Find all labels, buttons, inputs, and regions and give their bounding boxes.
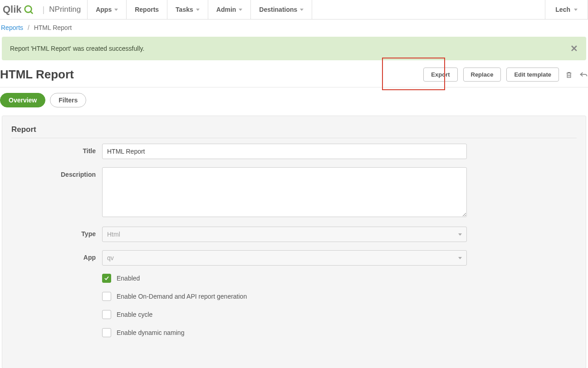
- breadcrumb-parent[interactable]: Reports: [1, 24, 23, 31]
- nav-apps[interactable]: Apps: [88, 0, 127, 19]
- ondemand-checkbox[interactable]: [102, 292, 111, 301]
- dynamic-label: Enable dynamic naming: [117, 329, 184, 336]
- page-title: HTML Report: [0, 68, 74, 82]
- nav-tasks-label: Tasks: [176, 6, 193, 13]
- cycle-checkbox[interactable]: [102, 310, 111, 319]
- enabled-label: Enabled: [117, 275, 140, 282]
- app-select[interactable]: qv: [102, 250, 467, 266]
- tab-overview[interactable]: Overview: [0, 93, 45, 107]
- qlik-logo-icon: [24, 5, 34, 15]
- user-menu[interactable]: Lech: [545, 0, 588, 19]
- ondemand-label: Enable On-Demand and API report generati…: [117, 293, 247, 300]
- nav-admin[interactable]: Admin: [208, 0, 251, 19]
- nav-tasks[interactable]: Tasks: [167, 0, 208, 19]
- type-select-value: Html: [107, 231, 120, 238]
- description-input[interactable]: [102, 167, 467, 217]
- delete-icon[interactable]: [564, 70, 573, 79]
- chevron-down-icon: [239, 9, 242, 11]
- panel-title: Report: [11, 125, 577, 138]
- tab-filters[interactable]: Filters: [50, 93, 86, 107]
- replace-button[interactable]: Replace: [463, 68, 501, 82]
- chevron-down-icon: [196, 9, 200, 11]
- breadcrumb-current: HTML Report: [34, 24, 72, 31]
- nav-destinations[interactable]: Destinations: [251, 0, 312, 19]
- enabled-checkbox[interactable]: [102, 274, 111, 283]
- edit-template-button[interactable]: Edit template: [506, 68, 559, 82]
- export-button[interactable]: Export: [423, 68, 457, 82]
- brand: Qlik | NPrinting: [0, 0, 88, 19]
- type-select[interactable]: Html: [102, 227, 467, 242]
- chevron-down-icon: [114, 9, 118, 11]
- label-title: Title: [11, 144, 102, 155]
- breadcrumb-sep: /: [28, 24, 29, 31]
- nav-reports-label: Reports: [135, 6, 159, 13]
- user-name: Lech: [555, 6, 570, 13]
- brand-qlik: Qlik: [3, 4, 22, 15]
- svg-line-1: [30, 12, 33, 14]
- nav-admin-label: Admin: [216, 6, 236, 13]
- back-icon[interactable]: [579, 70, 588, 79]
- chevron-down-icon: [574, 9, 578, 11]
- alert-message: Report 'HTML Report' was created success…: [10, 45, 144, 52]
- breadcrumb: Reports / HTML Report: [0, 19, 588, 36]
- label-description: Description: [11, 167, 102, 178]
- nav-reports[interactable]: Reports: [127, 0, 167, 19]
- chevron-down-icon: [458, 233, 462, 236]
- svg-point-0: [24, 6, 31, 13]
- alert-close-button[interactable]: ✕: [570, 44, 578, 53]
- dynamic-checkbox[interactable]: [102, 328, 111, 337]
- brand-product: NPrinting: [49, 5, 81, 14]
- nav-apps-label: Apps: [96, 6, 112, 13]
- label-type: Type: [11, 227, 102, 237]
- cycle-label: Enable cycle: [117, 311, 152, 318]
- title-input[interactable]: [102, 144, 467, 159]
- nav-destinations-label: Destinations: [259, 6, 297, 13]
- success-alert: Report 'HTML Report' was created success…: [2, 37, 586, 60]
- label-app: App: [11, 250, 102, 261]
- brand-divider: |: [43, 5, 45, 15]
- chevron-down-icon: [300, 9, 304, 11]
- chevron-down-icon: [458, 257, 462, 259]
- app-select-value: qv: [107, 254, 114, 261]
